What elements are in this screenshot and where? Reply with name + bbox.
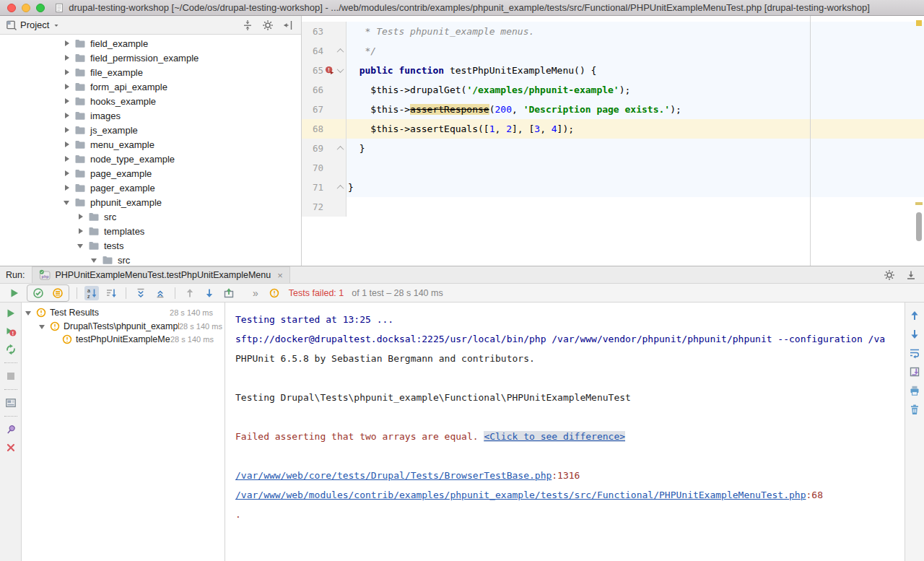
code-text[interactable] [346, 158, 924, 178]
code-text[interactable]: */ [346, 41, 924, 61]
sort-alpha-icon[interactable]: az [84, 286, 99, 300]
tree-item-js_example[interactable]: js_example [0, 123, 301, 137]
show-ignored-icon[interactable] [51, 286, 65, 300]
tree-item-hooks_example[interactable]: hooks_example [0, 94, 301, 108]
code-line-68[interactable]: 68 $this->assertEquals([1, 2], [3, 4]); [302, 119, 924, 139]
test-tree-item[interactable]: Test Results28 s 140 ms [22, 306, 225, 320]
expand-arrow-icon[interactable] [64, 184, 71, 191]
pin-icon[interactable] [5, 424, 17, 435]
code-text[interactable]: public function testPhpUnitExampleMenu()… [346, 61, 924, 80]
fold-marker-icon[interactable] [337, 185, 344, 192]
code-line-67[interactable]: 67 $this->assertResponse(200, 'Descripti… [302, 100, 924, 119]
file-status-indicator[interactable] [916, 20, 922, 26]
next-occurrence-icon[interactable] [202, 286, 217, 300]
tree-item-phpunit_example[interactable]: phpunit_example [0, 195, 301, 209]
code-text[interactable] [346, 197, 924, 217]
expand-arrow-icon[interactable] [64, 126, 71, 134]
collapse-all-icon[interactable] [153, 286, 167, 300]
zoom-window-button[interactable] [36, 4, 45, 12]
expand-arrow-icon[interactable] [77, 213, 84, 220]
test-console-output[interactable]: Testing started at 13:25 ...sftp://docke… [225, 303, 905, 561]
rerun-failed-icon[interactable]: ! [5, 326, 17, 337]
code-line-66[interactable]: 66 $this->drupalGet('/examples/phpunit-e… [302, 80, 924, 100]
project-tree[interactable]: field_examplefield_permission_examplefil… [0, 35, 301, 266]
code-text[interactable]: * Tests phpunit_example menus. [346, 22, 924, 41]
code-text[interactable]: $this->assertEquals([1, 2], [3, 4]); [346, 119, 924, 139]
fold-marker-icon[interactable] [337, 48, 344, 56]
expand-arrow-icon[interactable] [64, 83, 71, 90]
code-text[interactable]: } [346, 178, 924, 197]
tree-item-file_example[interactable]: file_example [0, 65, 301, 79]
stop-icon[interactable] [5, 370, 17, 382]
gear-icon[interactable] [262, 19, 274, 31]
stack-trace-link[interactable]: /var/www/web/core/tests/Drupal/Tests/Bro… [235, 470, 552, 481]
code-line-69[interactable]: 69 } [302, 139, 924, 158]
collapse-arrow-icon[interactable] [64, 199, 71, 206]
close-window-button[interactable] [7, 4, 16, 12]
code-line-71[interactable]: 71} [302, 178, 924, 197]
expand-arrow-icon[interactable] [64, 155, 71, 162]
tree-item-menu_example[interactable]: menu_example [0, 137, 301, 152]
close-icon[interactable] [5, 442, 17, 453]
code-line-72[interactable]: 72 [302, 197, 924, 217]
tree-item-templates[interactable]: templates [0, 224, 301, 238]
failed-test-run-icon[interactable]: ! [323, 66, 336, 76]
fold-marker-icon[interactable] [337, 66, 344, 73]
code-line-64[interactable]: 64 */ [302, 41, 924, 61]
code-text[interactable]: $this->drupalGet('/examples/phpunit-exam… [346, 80, 924, 100]
expand-arrow-icon[interactable] [64, 112, 71, 119]
gear-icon[interactable] [884, 269, 895, 281]
select-opened-file-icon[interactable] [242, 19, 253, 31]
expand-all-icon[interactable] [134, 286, 148, 300]
scroll-end-icon[interactable] [909, 366, 920, 378]
editor-scrollbar-thumb[interactable] [916, 212, 922, 241]
show-passed-icon[interactable] [31, 286, 45, 300]
chevron-down-icon[interactable] [53, 22, 60, 29]
tree-item-src[interactable]: src [0, 209, 301, 224]
code-text[interactable]: $this->assertResponse(200, 'Description … [346, 100, 924, 119]
code-text[interactable]: } [346, 139, 924, 158]
collapse-arrow-icon[interactable] [91, 256, 98, 264]
prev-occurrence-icon[interactable] [183, 286, 197, 300]
tree-item-form_api_example[interactable]: form_api_example [0, 79, 301, 94]
stack-trace-link[interactable]: /var/www/web/modules/contrib/examples/ph… [235, 490, 806, 500]
code-line-65[interactable]: 65! public function testPhpUnitExampleMe… [302, 61, 924, 80]
code-line-70[interactable]: 70 [302, 158, 924, 178]
print-icon[interactable] [909, 385, 920, 396]
tree-item-tests[interactable]: tests [0, 238, 301, 253]
expand-arrow-icon[interactable] [64, 141, 71, 148]
expand-arrow-icon[interactable] [64, 54, 71, 61]
test-tree-item[interactable]: Drupal\Tests\phpunit_example\Functional\… [22, 320, 225, 334]
test-results-tree[interactable]: Test Results28 s 140 msDrupal\Tests\phpu… [22, 303, 225, 561]
tree-item-page_example[interactable]: page_example [0, 166, 301, 181]
tree-item-field_permission_example[interactable]: field_permission_example [0, 51, 301, 65]
expand-arrow-icon[interactable] [64, 69, 71, 76]
down-stack-icon[interactable] [909, 329, 920, 340]
minimize-window-button[interactable] [22, 4, 30, 12]
restore-layout-icon[interactable] [5, 397, 17, 409]
warning-stripe-mark[interactable] [915, 202, 923, 205]
close-tab-icon[interactable]: × [277, 270, 283, 281]
rerun-icon[interactable] [5, 308, 17, 319]
hide-bottom-icon[interactable] [905, 269, 917, 281]
expand-arrow-icon[interactable] [77, 227, 84, 235]
code-editor[interactable]: 63 * Tests phpunit_example menus.64 */65… [302, 16, 924, 266]
tree-item-src[interactable]: src [0, 253, 301, 266]
more-actions-chevrons[interactable]: » [253, 287, 258, 299]
run-tab[interactable]: php PHPUnitExampleMenuTest.testPhpUnitEx… [32, 266, 289, 283]
test-tree-item[interactable]: testPhpUnitExampleMenu28 s 140 ms [22, 333, 225, 347]
sort-duration-icon[interactable] [104, 286, 118, 300]
expand-arrow-icon[interactable] [64, 170, 71, 177]
clear-all-icon[interactable] [909, 404, 920, 415]
expand-arrow-icon[interactable] [64, 40, 71, 47]
tree-item-images[interactable]: images [0, 108, 301, 123]
toggle-auto-test-icon[interactable] [5, 344, 17, 355]
see-difference-link[interactable]: <Click to see difference> [484, 431, 625, 442]
collapse-arrow-icon[interactable] [25, 309, 32, 316]
expand-arrow-icon[interactable] [64, 97, 71, 105]
collapse-arrow-icon[interactable] [39, 323, 46, 330]
export-test-results-icon[interactable] [222, 286, 236, 300]
hide-panel-icon[interactable] [282, 19, 294, 31]
code-line-63[interactable]: 63 * Tests phpunit_example menus. [302, 22, 924, 41]
collapse-arrow-icon[interactable] [77, 242, 84, 249]
